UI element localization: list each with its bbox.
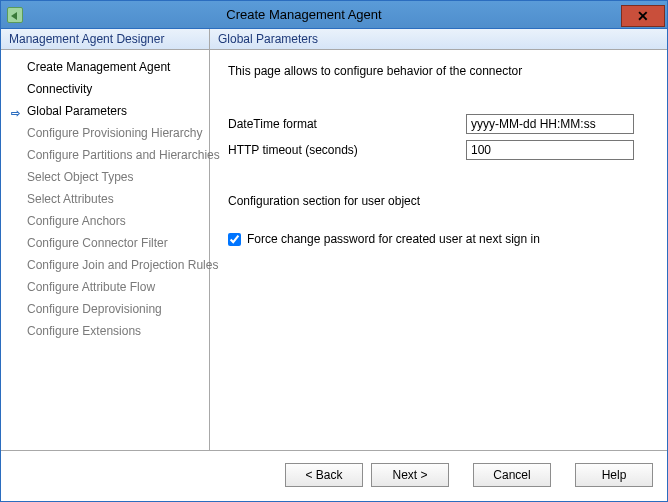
wizard-step-label: Configure Extensions: [27, 324, 141, 338]
content-header: Global Parameters: [210, 29, 667, 50]
wizard-step[interactable]: Configure Attribute Flow: [1, 276, 209, 298]
wizard-nav: Create Management AgentConnectivity⇨Glob…: [1, 50, 209, 348]
user-object-section-label: Configuration section for user object: [228, 194, 649, 208]
back-button[interactable]: < Back: [285, 463, 363, 487]
wizard-step-label: Select Object Types: [27, 170, 134, 184]
force-password-checkbox[interactable]: [228, 233, 241, 246]
wizard-step[interactable]: Configure Provisioning Hierarchy: [1, 122, 209, 144]
close-icon: ✕: [637, 8, 649, 24]
wizard-step[interactable]: Create Management Agent: [1, 56, 209, 78]
dialog-window: Create Management Agent ✕ Management Age…: [0, 0, 668, 502]
wizard-step-label: Select Attributes: [27, 192, 114, 206]
wizard-step[interactable]: Configure Deprovisioning: [1, 298, 209, 320]
wizard-sidebar: Management Agent Designer Create Managem…: [1, 29, 210, 450]
wizard-step[interactable]: Configure Anchors: [1, 210, 209, 232]
force-password-label[interactable]: Force change password for created user a…: [247, 232, 540, 246]
sidebar-header: Management Agent Designer: [1, 29, 209, 50]
next-button[interactable]: Next >: [371, 463, 449, 487]
wizard-step-label: Connectivity: [27, 82, 92, 96]
http-timeout-label: HTTP timeout (seconds): [228, 143, 466, 157]
wizard-step-label: Configure Partitions and Hierarchies: [27, 148, 220, 162]
cancel-button[interactable]: Cancel: [473, 463, 551, 487]
wizard-step[interactable]: Configure Connector Filter: [1, 232, 209, 254]
datetime-format-label: DateTime format: [228, 117, 466, 131]
wizard-step-label: Configure Provisioning Hierarchy: [27, 126, 202, 140]
wizard-step-label: Configure Deprovisioning: [27, 302, 162, 316]
app-icon: [7, 7, 23, 23]
button-bar: < Back Next > Cancel Help: [1, 450, 667, 501]
window-title: Create Management Agent: [226, 7, 381, 22]
titlebar: Create Management Agent ✕: [1, 1, 667, 29]
wizard-step-label: Configure Anchors: [27, 214, 126, 228]
content-pane: Global Parameters This page allows to co…: [210, 29, 667, 450]
http-timeout-input[interactable]: [466, 140, 634, 160]
wizard-step[interactable]: ⇨Global Parameters: [1, 100, 209, 122]
wizard-step[interactable]: Select Attributes: [1, 188, 209, 210]
current-step-arrow-icon: ⇨: [11, 104, 21, 114]
wizard-step[interactable]: Select Object Types: [1, 166, 209, 188]
close-button[interactable]: ✕: [621, 5, 665, 27]
page-description: This page allows to configure behavior o…: [228, 64, 649, 78]
wizard-step[interactable]: Connectivity: [1, 78, 209, 100]
wizard-step-label: Configure Join and Projection Rules: [27, 258, 218, 272]
wizard-step-label: Configure Connector Filter: [27, 236, 168, 250]
help-button[interactable]: Help: [575, 463, 653, 487]
wizard-step-label: Global Parameters: [27, 104, 127, 118]
wizard-step[interactable]: Configure Extensions: [1, 320, 209, 342]
wizard-step[interactable]: Configure Partitions and Hierarchies: [1, 144, 209, 166]
wizard-step[interactable]: Configure Join and Projection Rules: [1, 254, 209, 276]
wizard-step-label: Configure Attribute Flow: [27, 280, 155, 294]
wizard-step-label: Create Management Agent: [27, 60, 170, 74]
datetime-format-input[interactable]: [466, 114, 634, 134]
